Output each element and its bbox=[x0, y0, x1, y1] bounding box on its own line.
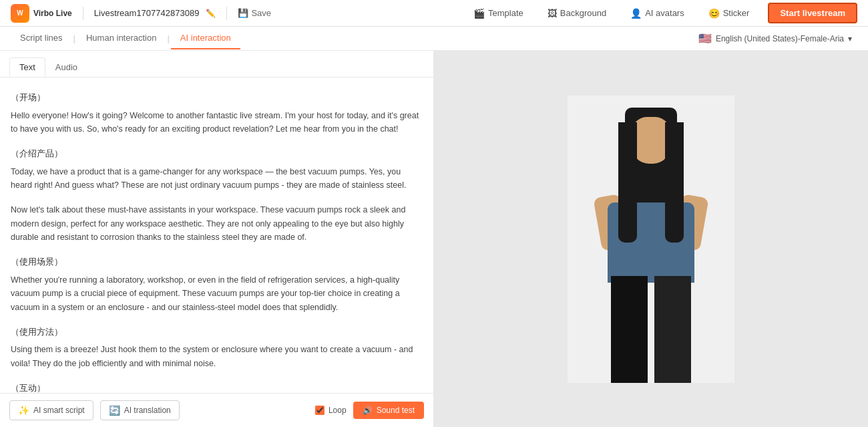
ai-script-icon: ✨ bbox=[18, 405, 29, 416]
avatar-hair-right bbox=[665, 122, 684, 243]
script-section-heading: （使用方法） bbox=[11, 325, 423, 339]
nav-background[interactable]: 🖼 Background bbox=[542, 5, 612, 21]
nav-template-label: Template bbox=[488, 8, 523, 18]
sub-header: Script lines | Human interaction | AI in… bbox=[0, 27, 868, 51]
right-panel bbox=[434, 51, 868, 427]
language-label: English (United States)-Female-Aria bbox=[716, 34, 844, 43]
main-content: Text Audio （开场）Hello everyone! How's it … bbox=[0, 51, 868, 427]
script-section-heading: （介绍产品） bbox=[11, 147, 423, 161]
stream-name: Livestream1707742873089 bbox=[94, 8, 200, 18]
avatar-figure bbox=[578, 102, 724, 383]
sound-icon: 🔊 bbox=[363, 406, 373, 415]
language-dropdown-icon: ▾ bbox=[848, 34, 852, 43]
avatar-hair-left bbox=[618, 122, 637, 243]
script-section-content: Hello everyone! How's it going? Welcome … bbox=[11, 109, 423, 136]
header-divider bbox=[83, 7, 83, 20]
avatar-pants-right bbox=[654, 276, 691, 383]
logo-area: W Virbo Live bbox=[11, 4, 72, 23]
sticker-icon: 😊 bbox=[708, 8, 720, 19]
loop-label: Loop bbox=[329, 406, 347, 415]
avatar-container bbox=[568, 96, 734, 383]
nav-background-label: Background bbox=[560, 8, 606, 18]
save-button[interactable]: 💾 Save bbox=[238, 8, 271, 18]
logo-icon: W bbox=[11, 4, 29, 23]
loop-checkbox[interactable] bbox=[315, 406, 324, 415]
tab-human-interaction[interactable]: Human interaction bbox=[77, 27, 166, 49]
tab-divider-1: | bbox=[72, 33, 77, 43]
script-section-content: Using them is a breeze! Just hook them t… bbox=[11, 343, 423, 370]
ai-smart-script-button[interactable]: ✨ AI smart script bbox=[9, 400, 93, 420]
left-panel: Text Audio （开场）Hello everyone! How's it … bbox=[0, 51, 434, 427]
nav-sticker[interactable]: 😊 Sticker bbox=[703, 5, 755, 21]
language-flag: 🇺🇸 bbox=[698, 32, 712, 45]
script-section-heading: （互动） bbox=[11, 382, 423, 393]
ai-translation-icon: 🔄 bbox=[109, 405, 120, 416]
tab-text[interactable]: Text bbox=[9, 57, 45, 77]
script-section-content: Today, we have a product that is a game-… bbox=[11, 165, 423, 192]
tab-ai-interaction[interactable]: AI interaction bbox=[171, 27, 240, 49]
tab-audio[interactable]: Audio bbox=[45, 57, 87, 77]
start-livestream-button[interactable]: Start livestream bbox=[768, 3, 857, 23]
loop-toggle[interactable]: Loop bbox=[315, 406, 347, 415]
script-section-heading: （开场） bbox=[11, 91, 423, 105]
header: W Virbo Live Livestream1707742873089 ✏️ … bbox=[0, 0, 868, 27]
bottom-bar: ✨ AI smart script 🔄 AI translation Loop … bbox=[0, 393, 433, 427]
text-audio-tabs: Text Audio bbox=[0, 51, 433, 78]
script-content[interactable]: （开场）Hello everyone! How's it going? Welc… bbox=[0, 78, 433, 393]
nav-sticker-label: Sticker bbox=[723, 8, 750, 18]
tab-divider-2: | bbox=[166, 33, 170, 43]
tab-script-lines[interactable]: Script lines bbox=[11, 27, 72, 49]
script-section-content: Whether you're running a laboratory, wor… bbox=[11, 273, 423, 315]
template-icon: 🎬 bbox=[473, 8, 485, 19]
header-divider-2 bbox=[226, 7, 227, 20]
ai-smart-script-label: AI smart script bbox=[33, 406, 85, 415]
nav-ai-avatars[interactable]: 👤 AI avatars bbox=[625, 5, 690, 21]
app-name: Virbo Live bbox=[33, 9, 72, 18]
header-left: W Virbo Live Livestream1707742873089 ✏️ … bbox=[11, 4, 271, 23]
ai-avatars-icon: 👤 bbox=[630, 8, 642, 19]
avatar-pants-left bbox=[611, 276, 648, 383]
header-nav: 🎬 Template 🖼 Background 👤 AI avatars 😊 S… bbox=[468, 3, 857, 23]
save-label: Save bbox=[251, 8, 271, 18]
sound-test-button[interactable]: 🔊 Sound test bbox=[353, 402, 424, 419]
script-section-heading: （使用场景） bbox=[11, 255, 423, 269]
ai-translation-button[interactable]: 🔄 AI translation bbox=[100, 400, 180, 420]
script-section-content: Now let's talk about these must-have ass… bbox=[11, 203, 423, 245]
background-icon: 🖼 bbox=[548, 8, 557, 19]
language-selector[interactable]: 🇺🇸 English (United States)-Female-Aria ▾ bbox=[693, 29, 857, 47]
save-icon: 💾 bbox=[238, 8, 248, 18]
sub-tabs: Script lines | Human interaction | AI in… bbox=[11, 27, 240, 49]
edit-icon[interactable]: ✏️ bbox=[206, 9, 216, 18]
nav-template[interactable]: 🎬 Template bbox=[468, 5, 529, 21]
sound-test-label: Sound test bbox=[377, 406, 415, 415]
nav-ai-avatars-label: AI avatars bbox=[645, 8, 684, 18]
ai-translation-label: AI translation bbox=[124, 406, 171, 415]
